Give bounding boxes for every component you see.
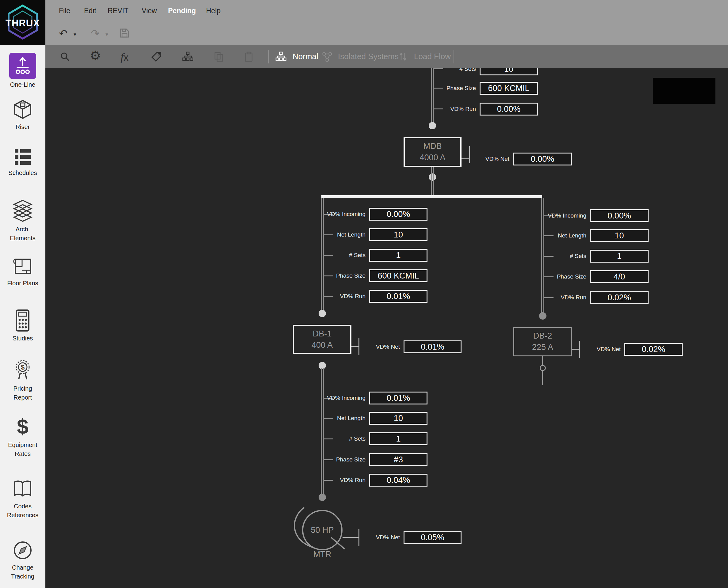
field-row: Phase Size #3 [279,453,427,466]
vd-incoming-field[interactable]: 0.00% [590,209,649,222]
db2-stub-ring[interactable] [540,365,546,371]
menu-view[interactable]: View [142,7,157,15]
sets-field[interactable]: 1 [369,432,427,445]
normal-mode-icon[interactable] [276,51,286,62]
field-row: VD% Incoming 0.00% [500,209,649,222]
sidebar-item-label: Arch. Elements [10,225,35,243]
menu-help[interactable]: Help [206,7,221,15]
field-label: VD% Run [500,294,590,301]
settings-gear-icon[interactable]: ⚙ [89,49,101,62]
redo-icon[interactable]: ↷ [91,28,100,39]
field-label: # Sets [279,435,369,442]
sidebar-item-label: Studies [13,334,33,343]
field-label: VD% Incoming [279,395,369,401]
tag-icon[interactable] [151,51,162,62]
field-label: VD% Net [316,534,404,541]
phase-size-field[interactable]: 600 KCMIL [369,269,427,282]
bus-bar[interactable] [321,195,542,198]
svg-text:$: $ [21,363,24,371]
field-row: VD% Incoming 0.00% [279,208,427,220]
field-row: Net Length 10 [500,229,649,242]
studies-calculator-icon [11,308,34,333]
vd-run-field[interactable]: 0.00% [480,103,538,115]
load-flow-icon[interactable] [398,51,408,62]
sidebar-item-pricing-report[interactable]: $ Pricing Report [0,357,45,402]
paste-icon[interactable] [243,51,254,62]
field-label: Net Length [279,415,369,422]
motor-symbol[interactable]: 50 HP [302,510,343,550]
menu-file[interactable]: File [59,7,70,15]
db1-vd-net-field[interactable]: 0.01% [404,340,462,353]
redo-dropdown-icon[interactable]: ▾ [105,31,108,38]
vd-incoming-field[interactable]: 0.00% [369,208,427,220]
menu-pending[interactable]: Pending [168,7,196,15]
overlay-panel [653,78,715,104]
sidebar-item-change-tracking[interactable]: Change Tracking [0,539,45,581]
phase-size-field[interactable]: 4/0 [590,270,649,283]
equipment-name: MDB [424,142,442,151]
sidebar-item-floor-plans[interactable]: Floor Plans [0,255,45,288]
phase-size-field[interactable]: #3 [369,453,427,466]
net-length-field[interactable]: 10 [369,228,427,241]
undo-icon[interactable]: ↶ [59,28,68,39]
feeder-end-node[interactable] [539,312,546,320]
sidebar-item-equipment-rates[interactable]: $ Equipment Rates [0,415,45,458]
mode-loadflow-label[interactable]: Load Flow [414,52,451,61]
sidebar-item-schedules[interactable]: Schedules [0,146,45,177]
menubar: File Edit REVIT View Pending Help ↶ ▾ ↷ … [45,0,728,45]
field-label: VD% Net [426,156,513,162]
phase-size-field[interactable]: 600 KCMIL [480,82,538,95]
field-row: Phase Size 600 KCMIL [396,82,538,95]
riser-icon [11,98,34,121]
save-icon[interactable] [119,27,130,39]
menu-edit[interactable]: Edit [84,7,96,15]
undo-dropdown-icon[interactable]: ▾ [74,31,76,38]
hierarchy-icon[interactable] [182,51,193,62]
copy-icon[interactable] [213,51,224,62]
sidebar-item-arch-elements[interactable]: Arch. Elements [0,198,45,243]
field-label: VD% Run [279,477,369,484]
sets-field[interactable]: 10 [480,68,538,76]
db2-vd-net-field[interactable]: 0.02% [624,343,683,356]
sidebar-item-one-line[interactable]: One-Line [0,53,45,89]
one-line-canvas[interactable]: # Sets 10 Phase Size 600 KCMIL VD% Run 0… [45,68,728,588]
vd-run-field[interactable]: 0.04% [369,474,427,487]
sidebar-item-label: Pricing Report [13,384,32,402]
motor-vd-net-field[interactable]: 0.05% [404,531,462,544]
net-length-field[interactable]: 10 [369,412,427,425]
isolated-systems-icon[interactable] [322,51,333,62]
field-label: VD% Net [537,346,624,353]
formula-fx-icon[interactable]: fx [121,50,128,63]
sidebar-item-studies[interactable]: Studies [0,308,45,343]
db2-stub-line [542,371,543,385]
field-label: VD% Run [396,106,480,112]
field-row: Phase Size 600 KCMIL [279,269,427,282]
sets-field[interactable]: 1 [590,250,649,262]
feeder-end-node[interactable] [319,310,326,317]
field-row: VD% Net 0.05% [316,531,462,544]
sidebar-item-riser[interactable]: Riser [0,98,45,131]
mode-normal-label[interactable]: Normal [292,52,318,61]
mdb-vd-net-field[interactable]: 0.00% [513,153,572,166]
field-label: Phase Size [279,456,369,463]
field-label: VD% Incoming [500,212,590,219]
net-length-field[interactable]: 10 [590,229,649,242]
sets-field[interactable]: 1 [369,249,427,262]
change-tracking-compass-icon [11,539,34,562]
sidebar-item-label: Equipment Rates [8,441,37,458]
menu-revit[interactable]: REVIT [108,7,128,15]
service-feeder-line[interactable] [431,68,434,125]
vd-run-field[interactable]: 0.02% [590,291,649,304]
vd-incoming-field[interactable]: 0.01% [369,392,427,404]
field-label: VD% Net [316,343,404,350]
field-label: Phase Size [396,85,480,91]
search-icon[interactable] [60,51,70,62]
one-line-icon [12,55,34,77]
sidebar-item-codes-references[interactable]: Codes References [0,477,45,520]
field-row: VD% Net 0.00% [426,153,572,166]
mode-isolated-label[interactable]: Isolated Systems [338,52,399,61]
bus-node[interactable] [429,122,436,129]
mdb-bus-drop-line[interactable] [431,167,434,195]
vd-run-field[interactable]: 0.01% [369,290,427,303]
field-row: # Sets 1 [500,250,649,262]
